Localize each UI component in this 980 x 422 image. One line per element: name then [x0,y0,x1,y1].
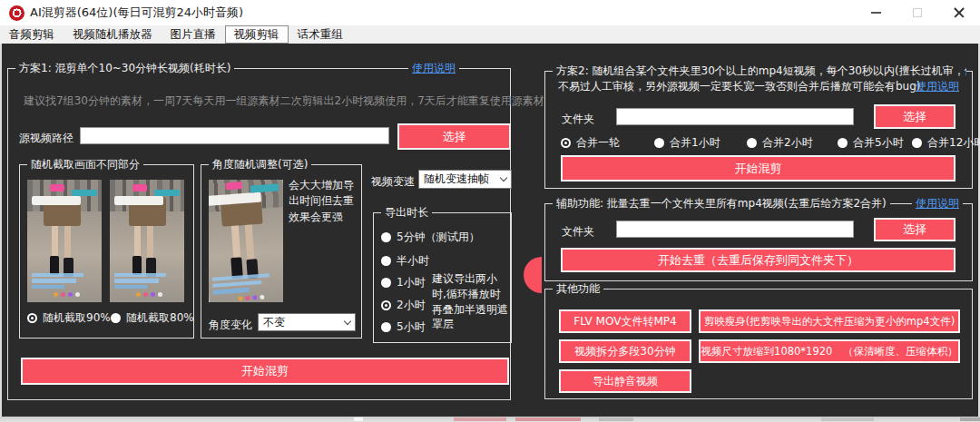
radio-dot [381,256,391,266]
tab-script-remix[interactable]: 话术重组 [289,25,352,44]
source-path-input[interactable] [80,127,389,144]
radio-duration-2hour[interactable]: 2小时 [381,298,426,313]
radio-duration-1hour[interactable]: 1小时 [381,275,426,290]
angle-group: 角度随机调整(可选) 会大大增加导出时间但去重效果会更强 角度变化 不变 [201,164,362,339]
source-path-label: 源视频路径 [19,131,74,146]
dedupe-legend: 辅助功能: 批量去重一个文件夹里所有mp4视频(去重后给方案2合并) [553,196,890,211]
radio-duration-5min[interactable]: 5分钟（测试用） [381,230,480,245]
radio-crop-90[interactable]: 随机截取90% [27,310,111,326]
chevron-down-icon [344,317,351,324]
radio-merge-5hour[interactable]: 合并5小时 [838,135,904,151]
radio-dot [381,232,391,242]
angle-select[interactable]: 不变 [258,313,356,331]
radio-merge-12hour[interactable]: 合并12小时 [912,135,980,151]
client-area: 方案1: 混剪单个10~30分钟长视频(耗时长) 使用说明 建议找7组30分钟的… [0,44,980,417]
radio-duration-5hour[interactable]: 5小时 [381,319,426,335]
flv-mov-to-mp4-button[interactable]: FLV MOV文件转MP4 [559,309,691,333]
plan1-legend: 方案1: 混剪单个10~30分钟长视频(耗时长) [15,61,234,76]
radio-dot [381,300,391,310]
plan1-start-button[interactable]: 开始混剪 [21,358,509,385]
speed-label: 视频变速 [371,174,415,190]
radio-label: 合并1小时 [670,135,720,151]
dedupe-help-link[interactable]: 使用说明 [912,196,963,211]
radio-merge-2hour[interactable]: 合并2小时 [747,135,813,151]
angle-select-label: 角度变化 [209,318,252,333]
plan2-folder-label: 文件夹 [562,112,594,127]
split-30min-button[interactable]: 视频拆分多段30分钟 [559,339,691,363]
radio-label: 2小时 [397,298,426,313]
duration-group: 导出时长 5分钟（测试用） 半小时 1小时 2小时 [373,212,512,343]
taskbar-sliver [0,417,980,422]
title-bar: AI混剪器(64位)(每日可混剪24小时音频) [0,0,980,25]
crop-group-legend: 随机截取画面不同部分 [27,157,143,172]
taskbar-segment [960,417,980,421]
radio-crop-90-dot [27,313,37,323]
radio-dot [747,138,757,148]
radio-merge-one-round[interactable]: 合并一轮 [561,135,620,151]
angle-group-legend: 角度随机调整(可选) [209,157,311,172]
radio-crop-80[interactable]: 随机截取80% [111,310,194,326]
speed-select-value: 随机变速抽帧 [424,172,489,187]
radio-label: 合并2小时 [762,135,813,151]
radio-label: 5分钟（测试用） [397,230,480,245]
taskbar-segment [821,417,874,421]
plan2-folder-select-button[interactable]: 选择 [874,104,956,129]
minimize-icon [871,12,881,14]
radio-crop-80-label: 随机截取80% [126,310,194,326]
crop-preview-80-image [110,180,184,302]
angle-select-value: 不变 [263,315,285,330]
radio-dot [912,138,922,148]
plan2-help-link[interactable]: 使用说明 [916,79,959,94]
plan2-start-button[interactable]: 开始混剪 [561,155,956,182]
radio-label: 合并5小时 [853,135,904,151]
maximize-button[interactable] [897,0,938,25]
app-window: AI混剪器(64位)(每日可混剪24小时音频) 音频剪辑 视频随机播放器 图片直… [0,0,980,422]
minimize-button[interactable] [855,0,897,25]
tab-bar: 音频剪辑 视频随机播放器 图片直播 视频剪辑 话术重组 [0,25,980,44]
crop-preview-90-image [27,180,102,302]
others-legend: 其他功能 [553,281,603,297]
export-muted-video-button[interactable]: 导出静音视频 [559,369,691,393]
taskbar-segment [515,417,581,421]
radio-dot [561,138,571,148]
radio-label: 合并一轮 [576,135,620,151]
plan1-help-link[interactable]: 使用说明 [408,61,459,76]
speed-select[interactable]: 随机变速抽帧 [418,170,512,189]
plan2-legend: 方案2: 随机组合某个文件夹里30个以上的mp4短视频，每个30秒以内(擅长过机… [553,64,966,79]
plan1-panel: 方案1: 混剪单个10~30分钟长视频(耗时长) 使用说明 建议找7组30分钟的… [7,68,511,400]
resize-1080-1920-button[interactable]: 视频尺寸放缩到1080*1920 （保清晰度、压缩体积） [699,339,960,363]
plan1-hint: 建议找7组30分钟的素材，一周7天每天用一组源素材二次剪辑出2小时视频使用，7天… [24,93,544,109]
jianying-compress-button[interactable]: 剪映瘦身(把剪映导出的大文件压缩为更小的mp4文件) [699,309,960,333]
dedupe-start-button[interactable]: 开始去重（去重后保存到同文件夹下） [561,248,956,272]
tab-image-live[interactable]: 图片直播 [162,25,225,44]
taskbar-segment [354,417,363,421]
radio-dot [654,138,664,148]
app-logo-icon [9,5,24,21]
radio-label: 合并12小时 [927,135,980,151]
window-title: AI混剪器(64位)(每日可混剪24小时音频) [30,5,243,21]
tab-video-edit[interactable]: 视频剪辑 [225,25,289,44]
tab-random-player[interactable]: 视频随机播放器 [64,25,162,44]
plan2-panel: 方案2: 随机组合某个文件夹里30个以上的mp4短视频，每个30秒以内(擅长过机… [544,71,973,189]
close-button[interactable] [938,0,980,25]
source-path-select-button[interactable]: 选择 [397,123,511,150]
radio-dot [381,278,391,288]
others-panel: 其他功能 FLV MOV文件转MP4 剪映瘦身(把剪映导出的大文件压缩为更小的m… [544,289,973,399]
dedupe-folder-input[interactable] [616,221,854,238]
radio-dot [381,322,391,332]
radio-label: 5小时 [397,319,426,335]
plan2-folder-input[interactable] [616,108,854,125]
radio-duration-halfhour[interactable]: 半小时 [381,253,429,269]
angle-preview-image [209,180,283,302]
window-controls [855,0,980,25]
dedupe-folder-label: 文件夹 [562,224,594,240]
radio-label: 半小时 [397,253,429,269]
tab-audio-edit[interactable]: 音频剪辑 [0,25,64,44]
radio-merge-1hour[interactable]: 合并1小时 [654,135,720,151]
duration-note: 建议导出两小时,循环播放时再叠加半透明遮罩层 [432,271,508,332]
dedupe-folder-select-button[interactable]: 选择 [874,218,956,241]
angle-note: 会大大增加导出时间但去重效果会更强 [289,178,359,225]
duration-group-legend: 导出时长 [381,205,432,221]
radio-crop-90-label: 随机截取90% [43,310,111,326]
plan2-legend-line2: 不易过人工审核，另外源视频一定要长宽一致否则合并后播放可能会有bug) [558,79,921,94]
